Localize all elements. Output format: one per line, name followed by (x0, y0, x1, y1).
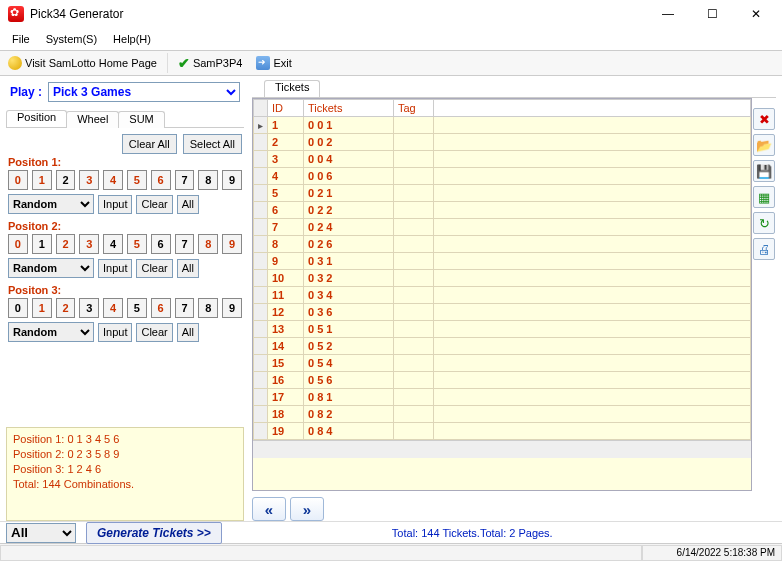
toolbar-home[interactable]: Visit SamLotto Home Page (4, 55, 161, 71)
generate-tickets-button[interactable]: Generate Tickets >> (86, 522, 222, 544)
position1-input[interactable]: Input (98, 195, 132, 214)
tickets-grid[interactable]: ID Tickets Tag 10 0 120 0 230 0 440 0 65… (252, 98, 752, 491)
position3-input[interactable]: Input (98, 323, 132, 342)
table-row[interactable]: 20 0 2 (254, 134, 751, 151)
position2-input[interactable]: Input (98, 259, 132, 278)
toolbar-samp[interactable]: ✔ SamP3P4 (174, 54, 247, 72)
numbtn-5[interactable]: 5 (127, 234, 147, 254)
numbtn-0[interactable]: 0 (8, 234, 28, 254)
numbtn-4[interactable]: 4 (103, 170, 123, 190)
numbtn-5[interactable]: 5 (127, 170, 147, 190)
numbtn-5[interactable]: 5 (127, 298, 147, 318)
table-row[interactable]: 120 3 6 (254, 304, 751, 321)
numbtn-4[interactable]: 4 (103, 298, 123, 318)
position3-clear[interactable]: Clear (136, 323, 172, 342)
excel-icon[interactable]: ▦ (753, 186, 775, 208)
row-indicator (254, 219, 268, 236)
numbtn-8[interactable]: 8 (198, 234, 218, 254)
table-row[interactable]: 70 2 4 (254, 219, 751, 236)
filter-combo[interactable]: All (6, 523, 76, 543)
numbtn-7[interactable]: 7 (175, 234, 195, 254)
position2-mode[interactable]: Random (8, 258, 94, 278)
page-next-button[interactable]: » (290, 497, 324, 521)
folder-icon[interactable]: 📂 (753, 134, 775, 156)
numbtn-0[interactable]: 0 (8, 170, 28, 190)
numbtn-4[interactable]: 4 (103, 234, 123, 254)
table-row[interactable]: 160 5 6 (254, 372, 751, 389)
col-tag[interactable]: Tag (394, 100, 434, 117)
table-row[interactable]: 40 0 6 (254, 168, 751, 185)
numbtn-3[interactable]: 3 (79, 298, 99, 318)
menu-system[interactable]: System(S) (40, 31, 103, 47)
print-icon[interactable]: 🖨 (753, 238, 775, 260)
toolbar-exit[interactable]: Exit (252, 55, 295, 71)
cell-blank (434, 185, 751, 202)
numbtn-6[interactable]: 6 (151, 234, 171, 254)
table-row[interactable]: 50 2 1 (254, 185, 751, 202)
tab-wheel[interactable]: Wheel (66, 111, 119, 128)
numbtn-3[interactable]: 3 (79, 170, 99, 190)
numbtn-9[interactable]: 9 (222, 234, 242, 254)
col-id[interactable]: ID (268, 100, 304, 117)
position1-all[interactable]: All (177, 195, 199, 214)
cell-id: 14 (268, 338, 304, 355)
col-tickets[interactable]: Tickets (304, 100, 394, 117)
clear-all-button[interactable]: Clear All (122, 134, 177, 154)
close-button[interactable]: ✕ (734, 0, 778, 28)
numbtn-0[interactable]: 0 (8, 298, 28, 318)
numbtn-1[interactable]: 1 (32, 298, 52, 318)
numbtn-7[interactable]: 7 (175, 298, 195, 318)
position3-mode[interactable]: Random (8, 322, 94, 342)
position2-all[interactable]: All (177, 259, 199, 278)
numbtn-2[interactable]: 2 (56, 298, 76, 318)
cell-tickets: 0 0 6 (304, 168, 394, 185)
numbtn-9[interactable]: 9 (222, 298, 242, 318)
numbtn-3[interactable]: 3 (79, 234, 99, 254)
numbtn-6[interactable]: 6 (151, 170, 171, 190)
table-row[interactable]: 80 2 6 (254, 236, 751, 253)
table-row[interactable]: 150 5 4 (254, 355, 751, 372)
numbtn-2[interactable]: 2 (56, 234, 76, 254)
cell-blank (434, 253, 751, 270)
table-row[interactable]: 90 3 1 (254, 253, 751, 270)
table-row[interactable]: 180 8 2 (254, 406, 751, 423)
cell-tag (394, 134, 434, 151)
menu-help[interactable]: Help(H) (107, 31, 157, 47)
table-row[interactable]: 60 2 2 (254, 202, 751, 219)
table-row[interactable]: 130 5 1 (254, 321, 751, 338)
numbtn-1[interactable]: 1 (32, 170, 52, 190)
tab-tickets[interactable]: Tickets (264, 80, 320, 97)
table-row[interactable]: 140 5 2 (254, 338, 751, 355)
menu-file[interactable]: File (6, 31, 36, 47)
tab-sum[interactable]: SUM (118, 111, 164, 128)
play-select[interactable]: Pick 3 Games (48, 82, 240, 102)
refresh-icon[interactable]: ↻ (753, 212, 775, 234)
cell-blank (434, 304, 751, 321)
minimize-button[interactable]: — (646, 0, 690, 28)
table-row[interactable]: 170 8 1 (254, 389, 751, 406)
select-all-button[interactable]: Select All (183, 134, 242, 154)
tab-position[interactable]: Position (6, 110, 67, 127)
numbtn-9[interactable]: 9 (222, 170, 242, 190)
numbtn-1[interactable]: 1 (32, 234, 52, 254)
numbtn-2[interactable]: 2 (56, 170, 76, 190)
table-row[interactable]: 110 3 4 (254, 287, 751, 304)
page-prev-button[interactable]: « (252, 497, 286, 521)
numbtn-8[interactable]: 8 (198, 298, 218, 318)
delete-icon[interactable]: ✖ (753, 108, 775, 130)
position2-clear[interactable]: Clear (136, 259, 172, 278)
table-row[interactable]: 190 8 4 (254, 423, 751, 440)
save-icon[interactable]: 💾 (753, 160, 775, 182)
position1-clear[interactable]: Clear (136, 195, 172, 214)
cell-blank (434, 117, 751, 134)
horizontal-scrollbar[interactable] (253, 440, 751, 458)
table-row[interactable]: 100 3 2 (254, 270, 751, 287)
table-row[interactable]: 10 0 1 (254, 117, 751, 134)
position1-mode[interactable]: Random (8, 194, 94, 214)
maximize-button[interactable]: ☐ (690, 0, 734, 28)
table-row[interactable]: 30 0 4 (254, 151, 751, 168)
numbtn-6[interactable]: 6 (151, 298, 171, 318)
position3-all[interactable]: All (177, 323, 199, 342)
numbtn-8[interactable]: 8 (198, 170, 218, 190)
numbtn-7[interactable]: 7 (175, 170, 195, 190)
